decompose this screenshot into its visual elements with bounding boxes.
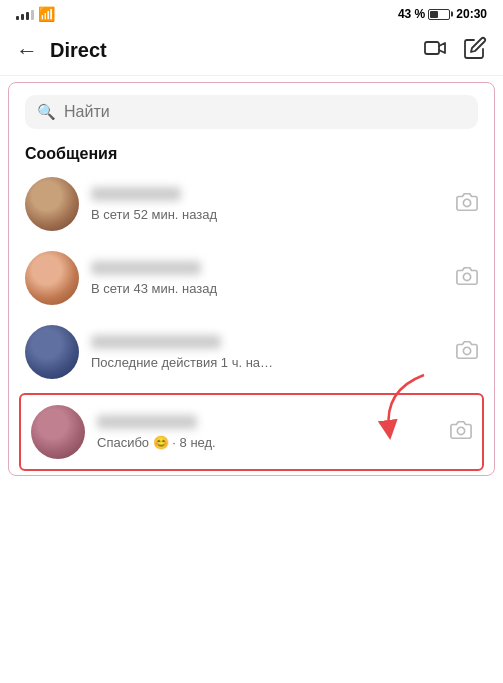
header-actions [423, 36, 487, 65]
avatar [25, 177, 79, 231]
status-bar: 📶 43 % 20:30 [0, 0, 503, 26]
back-button[interactable]: ← [16, 38, 38, 64]
list-item[interactable]: В сети 43 мин. назад [9, 241, 494, 315]
contact-name [97, 415, 430, 432]
list-item[interactable]: В сети 52 мин. назад [9, 167, 494, 241]
contact-name [91, 187, 448, 204]
camera-icon[interactable] [456, 191, 478, 217]
search-container: 🔍 [9, 83, 494, 137]
page-title: Direct [50, 39, 423, 62]
camera-icon[interactable] [450, 419, 472, 445]
header: ← Direct [0, 26, 503, 76]
battery-percent: 43 % [398, 7, 450, 21]
message-list: В сети 52 мин. назад В сети 43 мин. наза… [9, 167, 494, 471]
message-content: Последние действия 1 ч. на… [91, 335, 448, 370]
wifi-icon: 📶 [38, 6, 55, 22]
compose-icon[interactable] [463, 36, 487, 65]
svg-point-3 [463, 347, 470, 354]
message-preview: В сети 43 мин. назад [91, 281, 448, 296]
message-preview: Последние действия 1 ч. на… [91, 355, 448, 370]
camera-icon[interactable] [456, 339, 478, 365]
status-left: 📶 [16, 6, 55, 22]
contact-name [91, 335, 448, 352]
search-icon: 🔍 [37, 103, 56, 121]
message-content: Спасибо 😊 · 8 нед. [97, 415, 430, 450]
camera-icon[interactable] [456, 265, 478, 291]
svg-point-2 [463, 273, 470, 280]
content-area: 🔍 Сообщения В сети 52 мин. назад [8, 82, 495, 476]
avatar [25, 325, 79, 379]
contact-name [91, 261, 448, 278]
status-right: 43 % 20:30 [398, 7, 487, 21]
battery-icon [428, 9, 450, 20]
message-content: В сети 43 мин. назад [91, 261, 448, 296]
status-time: 20:30 [456, 7, 487, 21]
svg-rect-0 [425, 42, 439, 54]
svg-point-1 [463, 199, 470, 206]
avatar [25, 251, 79, 305]
avatar [31, 405, 85, 459]
list-item-highlighted[interactable]: Спасибо 😊 · 8 нед. [19, 393, 484, 471]
message-preview: В сети 52 мин. назад [91, 207, 448, 222]
section-messages-label: Сообщения [9, 137, 494, 167]
video-camera-icon[interactable] [423, 36, 447, 65]
search-bar[interactable]: 🔍 [25, 95, 478, 129]
signal-icon [16, 8, 34, 20]
list-item[interactable]: Последние действия 1 ч. на… [9, 315, 494, 389]
message-content: В сети 52 мин. назад [91, 187, 448, 222]
message-preview: Спасибо 😊 · 8 нед. [97, 435, 430, 450]
svg-point-4 [457, 427, 464, 434]
search-input[interactable] [64, 103, 466, 121]
